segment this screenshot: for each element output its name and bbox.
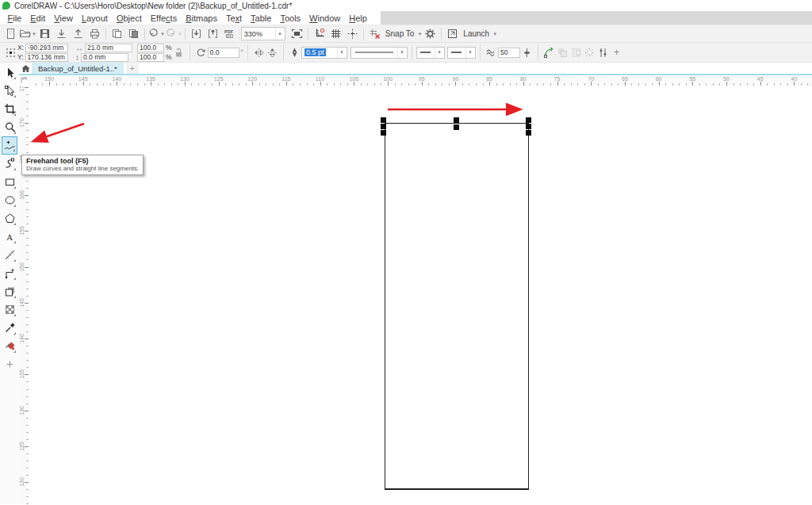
zoom-level-combo[interactable]: 330%▼ bbox=[241, 27, 285, 40]
import-frame-icon[interactable] bbox=[188, 26, 205, 42]
document-tab[interactable]: Backup_of_Untitled-1..* bbox=[32, 63, 124, 74]
new-document-icon[interactable] bbox=[2, 26, 19, 42]
scale-y-field[interactable]: 100.0 bbox=[137, 53, 164, 62]
menu-item-file[interactable]: File bbox=[3, 13, 26, 23]
text-tool[interactable]: A bbox=[2, 228, 17, 246]
menu-item-object[interactable]: Object bbox=[112, 13, 146, 23]
selection-handle[interactable] bbox=[526, 117, 531, 123]
pick-tool[interactable] bbox=[2, 63, 17, 82]
ruler-label: 135 bbox=[141, 76, 160, 82]
menu-item-text[interactable]: Text bbox=[221, 13, 246, 23]
shape-tool[interactable] bbox=[2, 82, 17, 100]
undo-icon[interactable]: ▼ bbox=[147, 26, 165, 42]
save-icon[interactable] bbox=[36, 26, 53, 42]
artistic-media-tool[interactable] bbox=[2, 155, 17, 173]
window-title: CorelDRAW - C:\Users\Horo\Desktop\New fo… bbox=[14, 2, 292, 10]
import-icon[interactable] bbox=[53, 26, 70, 42]
menu-item-effects[interactable]: Effects bbox=[146, 13, 181, 23]
menu-item-edit[interactable]: Edit bbox=[26, 13, 50, 23]
show-grid-icon[interactable] bbox=[327, 26, 344, 42]
menu-item-table[interactable]: Table bbox=[247, 13, 276, 23]
wrap-text-icon[interactable] bbox=[569, 44, 583, 60]
export-frame-icon[interactable] bbox=[205, 26, 221, 42]
ellipse-tool[interactable] bbox=[2, 191, 17, 209]
interactive-fill-tool[interactable] bbox=[2, 337, 17, 355]
rectangle-tool[interactable] bbox=[2, 173, 17, 191]
drawn-rectangle[interactable] bbox=[385, 123, 529, 490]
svg-text:PDF: PDF bbox=[224, 29, 234, 34]
selection-handle[interactable] bbox=[526, 124, 531, 129]
eyedropper-tool[interactable] bbox=[2, 319, 17, 337]
open-folder-icon[interactable]: ▼ bbox=[19, 26, 36, 42]
more-tools-button[interactable] bbox=[2, 355, 17, 373]
scale-x-field[interactable]: 100.0 bbox=[137, 44, 164, 52]
launch-icon[interactable] bbox=[444, 26, 461, 42]
outline-width-combo[interactable]: 0.5 pt▼ bbox=[301, 47, 347, 59]
show-guidelines-icon[interactable] bbox=[344, 26, 361, 42]
fullscreen-preview-icon[interactable] bbox=[289, 26, 305, 42]
mirror-horizontal-icon[interactable] bbox=[252, 44, 266, 60]
selection-handle[interactable] bbox=[454, 117, 459, 123]
selection-handle[interactable] bbox=[381, 130, 386, 136]
copy-icon[interactable] bbox=[109, 26, 125, 42]
ruler-label: 40 bbox=[784, 76, 803, 82]
mirror-vertical-icon[interactable] bbox=[266, 44, 279, 60]
selection-handle[interactable] bbox=[526, 130, 531, 136]
menu-item-bitmaps[interactable]: Bitmaps bbox=[182, 13, 222, 23]
snap-to-dropdown[interactable]: Snap To▼ bbox=[383, 29, 422, 38]
ruler-label: 115 bbox=[277, 76, 296, 82]
options-gear-icon[interactable] bbox=[422, 26, 439, 42]
paste-icon[interactable] bbox=[125, 26, 142, 42]
object-width-field[interactable]: 21.0 mm bbox=[85, 44, 132, 52]
snap-marks-icon[interactable] bbox=[583, 44, 596, 60]
freehand-tool[interactable] bbox=[2, 136, 17, 155]
redo-icon[interactable]: ▼ bbox=[165, 26, 182, 42]
lock-ratio-icon[interactable] bbox=[172, 44, 186, 60]
menubar-filler bbox=[381, 11, 812, 25]
canvas[interactable] bbox=[29, 86, 812, 504]
menu-item-help[interactable]: Help bbox=[345, 13, 372, 23]
selection-handle[interactable] bbox=[454, 124, 459, 130]
menu-item-window[interactable]: Window bbox=[305, 13, 345, 23]
ruler-label: 55 bbox=[683, 76, 702, 82]
crop-tool[interactable] bbox=[2, 100, 17, 118]
drop-shadow-tool[interactable] bbox=[2, 282, 17, 300]
y-position-field[interactable]: 170.136 mm bbox=[25, 53, 68, 62]
selection-handle[interactable] bbox=[381, 117, 386, 123]
weld-icon[interactable] bbox=[556, 44, 569, 60]
line-style-combo[interactable]: ▼ bbox=[350, 47, 408, 59]
ruler-origin[interactable] bbox=[19, 75, 29, 86]
show-rulers-icon[interactable] bbox=[311, 26, 327, 42]
snap-off-icon[interactable] bbox=[366, 26, 383, 42]
x-position-field[interactable]: -90.293 mm bbox=[25, 44, 68, 52]
zoom-tool[interactable] bbox=[2, 118, 17, 136]
close-curve-icon[interactable] bbox=[542, 44, 556, 60]
selection-handle[interactable] bbox=[381, 124, 386, 129]
new-tab-button[interactable]: + bbox=[126, 63, 139, 74]
start-arrowhead-combo[interactable]: ▼ bbox=[416, 47, 445, 59]
node-levers-icon[interactable] bbox=[596, 44, 610, 60]
end-arrowhead-combo[interactable]: ▼ bbox=[447, 47, 476, 59]
connector-tool[interactable] bbox=[2, 264, 17, 282]
menu-item-layout[interactable]: Layout bbox=[77, 13, 112, 23]
object-height-field[interactable]: 0.0 mm bbox=[81, 53, 128, 62]
publish-pdf-icon[interactable]: PDF bbox=[221, 26, 238, 42]
polygon-tool[interactable] bbox=[2, 209, 17, 228]
menu-item-view[interactable]: View bbox=[50, 13, 78, 23]
rotation-field[interactable]: 0.0 bbox=[208, 48, 239, 58]
smoothing-field[interactable]: 50 bbox=[498, 48, 520, 58]
vertical-ruler[interactable]: 175170165160155150145140135130125120 bbox=[19, 86, 29, 504]
ruler-label: 85 bbox=[480, 76, 499, 82]
add-property-icon[interactable]: + bbox=[610, 44, 623, 60]
transparency-tool[interactable] bbox=[2, 300, 17, 319]
home-icon[interactable] bbox=[19, 63, 32, 74]
dimension-tool[interactable] bbox=[2, 246, 17, 264]
toolbar-separator bbox=[363, 28, 364, 40]
menu-item-tools[interactable]: Tools bbox=[276, 13, 305, 23]
toolbar-separator bbox=[144, 28, 145, 40]
smoothing-slider-icon[interactable] bbox=[520, 44, 534, 60]
print-icon[interactable] bbox=[86, 26, 103, 42]
horizontal-ruler[interactable]: 1501451401351301251201151101051009590858… bbox=[29, 75, 812, 86]
launch-dropdown[interactable]: Launch▼ bbox=[461, 29, 497, 38]
export-icon[interactable] bbox=[70, 26, 86, 42]
